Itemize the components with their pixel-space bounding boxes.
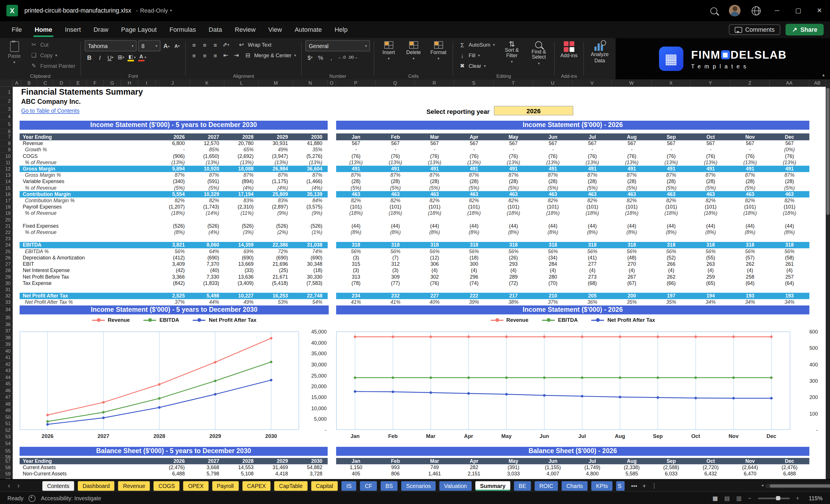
row-header-27[interactable]: 27 [0, 261, 12, 267]
column-header-l[interactable]: L [225, 80, 259, 86]
cell[interactable]: 30,330 [293, 274, 327, 280]
cell[interactable]: (9%) [259, 210, 293, 217]
cell[interactable]: (8%) [533, 229, 573, 235]
cell[interactable]: (13%) [691, 159, 731, 166]
cell[interactable]: (18%) [731, 210, 770, 217]
cell[interactable]: (76) [770, 153, 809, 159]
cell[interactable]: (76) [415, 280, 454, 286]
cell[interactable]: 30,348 [293, 261, 327, 267]
paste-button[interactable]: Paste ▾ [4, 40, 25, 65]
cell[interactable]: (0%) [770, 147, 809, 153]
cell[interactable]: 318 [612, 242, 651, 248]
cell[interactable]: (5%) [770, 185, 809, 191]
cell[interactable]: 31,038 [293, 242, 327, 248]
cell[interactable]: 567 [415, 140, 454, 147]
cell[interactable] [731, 286, 770, 293]
cell[interactable]: Revenue [20, 140, 156, 147]
new-sheet-button[interactable]: + [642, 482, 646, 489]
row-header-10[interactable]: 10 [0, 153, 12, 159]
cell[interactable]: (44) [415, 223, 454, 229]
header-cell[interactable]: Aug [612, 458, 651, 464]
cell[interactable]: (18%) [612, 210, 651, 217]
cell[interactable]: (55) [691, 255, 731, 261]
sheet-tab-cf[interactable]: CF [360, 481, 377, 490]
header-cell[interactable]: Aug [612, 133, 651, 140]
decrease-indent-button[interactable]: ⇤ [221, 51, 230, 60]
account-avatar[interactable] [724, 0, 745, 21]
cell[interactable]: (66) [651, 280, 691, 286]
cell[interactable]: 749 [415, 464, 454, 471]
cell[interactable] [376, 217, 415, 223]
cell[interactable]: 56% [770, 248, 809, 255]
cell[interactable]: 318 [376, 242, 415, 248]
cell[interactable]: (40) [190, 267, 224, 274]
row-header-57[interactable]: 57 [0, 458, 12, 464]
cell[interactable]: (18%) [156, 210, 190, 217]
cell[interactable]: 567 [731, 140, 770, 147]
cell[interactable]: (13%) [573, 159, 612, 166]
cell[interactable]: (26) [494, 255, 533, 261]
cell[interactable]: (76) [573, 153, 612, 159]
cell[interactable]: % of Revenue [20, 210, 156, 217]
row-header-16[interactable]: 16 [0, 191, 12, 197]
row-header-45[interactable]: 45 [0, 381, 12, 387]
row-header-19[interactable]: 19 [0, 210, 12, 217]
column-header-aa[interactable]: AA [770, 80, 809, 86]
cell[interactable]: 289 [494, 274, 533, 280]
cell[interactable]: (340) [156, 179, 190, 185]
cell[interactable]: 463 [731, 191, 770, 197]
cell[interactable]: (44) [336, 223, 376, 229]
cell[interactable]: 491 [691, 166, 731, 172]
row-header-7[interactable]: 7 [0, 133, 12, 140]
cell[interactable]: (2,720) [691, 464, 731, 471]
cell[interactable]: 65% [225, 147, 259, 153]
underline-button[interactable]: U▾ [106, 53, 115, 62]
sheet-tab-valuation[interactable]: Valuation [439, 481, 472, 490]
row-header-42[interactable]: 42 [0, 361, 12, 367]
cell[interactable]: 10,227 [225, 293, 259, 299]
cell[interactable]: (2,476) [770, 464, 809, 471]
cell[interactable]: 491 [336, 166, 376, 172]
cell[interactable]: (14%) [190, 210, 224, 217]
cell[interactable]: (58) [770, 255, 809, 261]
header-cell[interactable]: 2027 [190, 458, 224, 464]
page-break-view-button[interactable]: ▥ [736, 495, 742, 502]
zoom-out-button[interactable]: − [748, 495, 752, 501]
top-align-button[interactable]: ≡ [190, 40, 198, 49]
cell[interactable]: 64% [190, 248, 224, 255]
bold-button[interactable]: B [85, 53, 94, 62]
cell[interactable]: 7,370 [190, 261, 224, 267]
header-cell[interactable]: Apr [454, 458, 494, 464]
cell[interactable]: 210 [533, 293, 573, 299]
cell[interactable]: (28) [691, 179, 731, 185]
cell[interactable]: (28) [573, 179, 612, 185]
cell[interactable]: 296 [454, 274, 494, 280]
cell[interactable]: EBIT [20, 261, 156, 267]
cell[interactable]: 10,329 [190, 191, 224, 197]
cell[interactable]: 56% [376, 248, 415, 255]
cell[interactable]: (8%) [454, 229, 494, 235]
font-color-button[interactable]: A ▾ [137, 53, 147, 62]
sheet-tab-bs[interactable]: BS [381, 481, 397, 490]
cell[interactable]: 83% [259, 197, 293, 204]
cell[interactable]: 87% [415, 172, 454, 179]
cell[interactable]: (13%) [259, 159, 293, 166]
cell[interactable]: (101) [336, 204, 376, 210]
sheet-tab-opex[interactable]: OPEX [183, 481, 208, 490]
cell[interactable]: 82% [190, 197, 224, 204]
row-header-60[interactable]: 60 [0, 477, 12, 479]
cell[interactable]: 4,800 [573, 471, 612, 477]
cell[interactable]: 56% [533, 248, 573, 255]
header-cell[interactable]: Sep [651, 133, 691, 140]
header-cell[interactable]: Jul [573, 133, 612, 140]
cell[interactable]: (1,749) [573, 464, 612, 471]
menu-item-home[interactable]: Home [28, 21, 59, 38]
cell[interactable]: (28) [336, 179, 376, 185]
cell[interactable] [454, 286, 494, 293]
cell[interactable]: 44% [190, 299, 224, 306]
cell[interactable]: 87% [259, 172, 293, 179]
cell[interactable]: (5,276) [293, 153, 327, 159]
align-left-button[interactable]: ≡ [190, 51, 198, 60]
header-cell[interactable]: Mar [415, 133, 454, 140]
header-cell[interactable]: 2028 [225, 458, 259, 464]
